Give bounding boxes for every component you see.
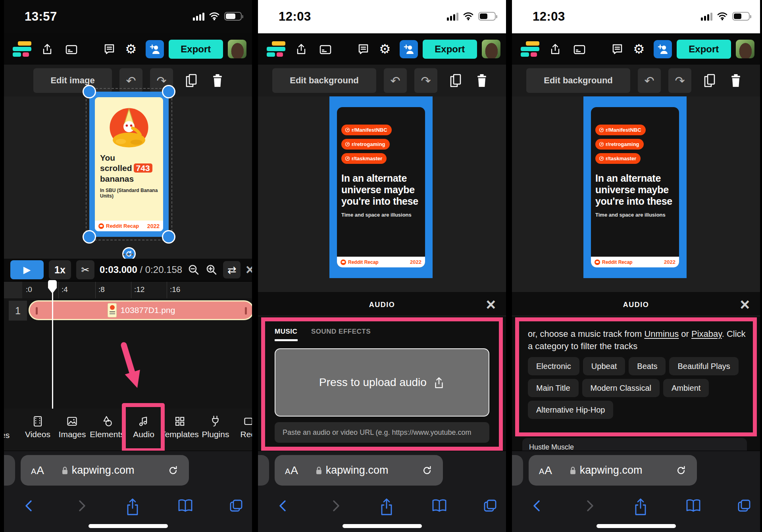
delete-trash-icon[interactable] — [729, 73, 742, 88]
kapwing-logo-icon[interactable] — [267, 41, 285, 57]
nav-item-templates[interactable]: Templates — [161, 415, 199, 439]
home-indicator[interactable] — [89, 524, 168, 528]
prev-tab-pill[interactable] — [512, 455, 523, 486]
home-indicator[interactable] — [597, 524, 676, 528]
export-button[interactable]: Export — [423, 40, 477, 59]
captions-icon[interactable] — [573, 43, 586, 56]
tabs-button[interactable] — [482, 498, 498, 515]
home-indicator[interactable] — [343, 524, 422, 528]
duplicate-icon[interactable] — [185, 73, 198, 88]
undo-button[interactable]: ↶ — [119, 68, 142, 93]
url-bar[interactable]: AA kapwing.com — [275, 455, 443, 486]
nav-item-record[interactable]: Reco — [240, 415, 252, 439]
settings-gear-icon[interactable]: ⚙ — [125, 41, 137, 57]
avatar[interactable] — [482, 40, 500, 58]
nav-item-elements[interactable]: Elements — [90, 415, 125, 439]
comments-icon[interactable] — [611, 43, 623, 56]
timeline-ruler[interactable]: :0 :4 :8 :12 :16 — [4, 281, 252, 298]
url-bar[interactable]: AA kapwing.com — [529, 455, 697, 486]
avatar[interactable] — [736, 40, 754, 58]
share-button[interactable] — [633, 498, 648, 518]
fit-timeline-button[interactable]: ⇄ — [223, 261, 241, 278]
category-chip[interactable]: Beats — [629, 357, 666, 375]
tabs-button[interactable] — [228, 498, 244, 515]
captions-icon[interactable] — [319, 43, 332, 56]
upload-icon[interactable] — [295, 43, 308, 56]
reader-options-button[interactable]: AA — [539, 464, 552, 477]
sheet-drag-handle[interactable] — [123, 254, 133, 255]
duplicate-icon[interactable] — [703, 73, 716, 88]
resize-handle-top-right[interactable] — [162, 85, 175, 98]
play-button[interactable]: ▶ — [10, 260, 44, 279]
category-chip[interactable]: Beautiful Plays — [669, 357, 738, 375]
selected-image-layer[interactable]: You scrolled743 bananas In SBU (Standard… — [89, 92, 169, 237]
reload-icon[interactable] — [421, 465, 433, 476]
nav-item-plugins[interactable]: Plugins — [202, 415, 229, 439]
captions-icon[interactable] — [65, 43, 78, 56]
category-chip[interactable]: Main Title — [528, 379, 579, 397]
zoom-out-icon[interactable] — [187, 263, 200, 276]
nav-item-partial[interactable]: es — [4, 430, 10, 440]
settings-gear-icon[interactable]: ⚙ — [379, 41, 391, 57]
duplicate-icon[interactable] — [449, 73, 462, 88]
share-button[interactable] — [125, 498, 140, 518]
forward-button[interactable] — [583, 498, 597, 515]
reload-icon[interactable] — [167, 465, 179, 476]
bookmarks-button[interactable] — [177, 498, 194, 515]
reader-options-button[interactable]: AA — [31, 464, 44, 477]
kapwing-logo-icon[interactable] — [13, 41, 31, 57]
bookmarks-button[interactable] — [431, 498, 448, 515]
nav-item-videos[interactable]: Videos — [25, 415, 50, 439]
kapwing-logo-icon[interactable] — [521, 41, 539, 57]
undo-button[interactable]: ↶ — [384, 68, 407, 93]
category-chip[interactable]: Ambient — [663, 379, 709, 397]
edit-image-button[interactable]: Edit image — [33, 68, 112, 93]
tab-sound-effects[interactable]: SOUND EFFECTS — [311, 328, 371, 336]
category-chip[interactable]: Alternative Hip-Hop — [528, 401, 613, 419]
pixabay-link[interactable]: Pixabay — [691, 329, 722, 339]
upload-icon[interactable] — [41, 43, 54, 56]
resize-handle-top-left[interactable] — [83, 85, 96, 98]
tabs-button[interactable] — [736, 498, 752, 515]
forward-button[interactable] — [75, 498, 89, 515]
canvas-background[interactable]: r/ManifestNBC r/retrogaming r/taskmaster… — [329, 96, 433, 278]
avatar[interactable] — [228, 40, 246, 58]
delete-trash-icon[interactable] — [475, 73, 488, 88]
category-chip[interactable]: Electronic — [528, 357, 579, 375]
nav-item-images[interactable]: Images — [59, 415, 86, 439]
export-button[interactable]: Export — [169, 40, 223, 59]
speed-button[interactable]: 1x — [49, 260, 71, 279]
edit-background-button[interactable]: Edit background — [272, 68, 376, 93]
url-bar[interactable]: AA kapwing.com — [21, 455, 189, 486]
add-collaborator-button[interactable] — [400, 40, 418, 58]
share-button[interactable] — [379, 498, 394, 518]
comments-icon[interactable] — [103, 43, 115, 56]
settings-gear-icon[interactable]: ⚙ — [633, 41, 645, 57]
canvas-area[interactable]: You scrolled743 bananas In SBU (Standard… — [4, 96, 252, 259]
prev-tab-pill[interactable] — [258, 455, 269, 486]
split-scissors-button[interactable]: ✂ — [76, 260, 94, 279]
close-timeline-icon[interactable]: × — [246, 263, 252, 277]
bookmarks-button[interactable] — [685, 498, 702, 515]
redo-button[interactable]: ↷ — [414, 68, 437, 93]
canvas-background[interactable]: r/ManifestNBC r/retrogaming r/taskmaster… — [583, 96, 687, 278]
add-collaborator-button[interactable] — [146, 40, 164, 58]
comments-icon[interactable] — [357, 43, 369, 56]
prev-tab-pill[interactable] — [4, 455, 15, 486]
category-chip[interactable]: Modern Classical — [582, 379, 660, 397]
back-button[interactable] — [276, 498, 290, 515]
category-chip[interactable]: Upbeat — [583, 357, 625, 375]
resize-handle-bottom-right[interactable] — [162, 230, 175, 244]
resize-handle-bottom-left[interactable] — [83, 230, 96, 244]
delete-trash-icon[interactable] — [211, 73, 224, 88]
zoom-in-icon[interactable] — [205, 263, 218, 276]
unminus-link[interactable]: Unminus — [644, 329, 679, 339]
redo-button[interactable]: ↷ — [668, 68, 691, 93]
reader-options-button[interactable]: AA — [285, 464, 298, 477]
reload-icon[interactable] — [675, 465, 687, 476]
canvas-area[interactable]: r/ManifestNBC r/retrogaming r/taskmaster… — [512, 96, 760, 292]
add-collaborator-button[interactable] — [654, 40, 672, 58]
forward-button[interactable] — [329, 498, 343, 515]
trim-handle-right[interactable] — [245, 307, 247, 315]
upload-icon[interactable] — [549, 43, 562, 56]
